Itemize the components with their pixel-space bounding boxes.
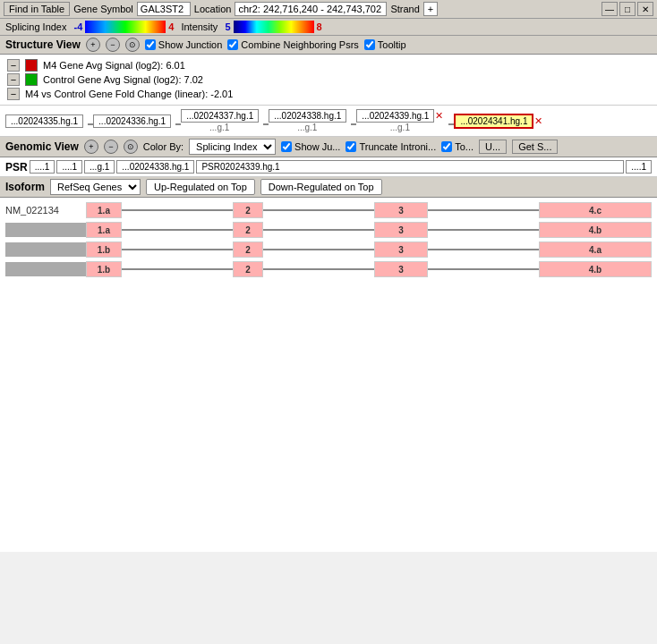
to-check[interactable] [441, 141, 452, 152]
isoform-header: Isoform RefSeq Genes Up-Regulated on Top… [0, 177, 657, 198]
show-junction-text: Show Junction [158, 39, 223, 50]
psr-box-6[interactable]: ....1 [626, 160, 652, 174]
exon-1b-3[interactable]: 1.b [86, 242, 122, 258]
genomic-zoom-out[interactable]: − [104, 140, 118, 154]
structure-zoom-in[interactable]: + [86, 38, 100, 52]
exon-line-10 [122, 268, 233, 270]
location-input[interactable] [235, 2, 387, 16]
psr-box-5[interactable]: PSR02024339.hg.1 [196, 160, 624, 174]
combine-check[interactable] [227, 39, 238, 50]
exon-line-7 [122, 249, 233, 250]
exon-1a-2[interactable]: 1.a [86, 222, 122, 238]
truncate-label[interactable]: Truncate Introni... [346, 141, 436, 152]
signal1-toggle[interactable]: − [7, 59, 20, 72]
show-junction-label[interactable]: Show Junction [145, 39, 223, 50]
fold-change-row: − M4 vs Control Gene Fold Change (linear… [7, 87, 650, 101]
gene-symbol-input[interactable] [137, 2, 191, 16]
node-4[interactable]: ...02024338.hg.1 [269, 109, 346, 123]
exon-2-1[interactable]: 2 [233, 202, 263, 218]
structure-zoom-out[interactable]: − [106, 38, 120, 52]
u-btn[interactable]: U... [479, 140, 507, 154]
minimize-btn[interactable]: — [602, 2, 618, 16]
exon-line-1 [122, 209, 233, 211]
genomic-reset[interactable]: ⊙ [124, 140, 138, 154]
truncate-text: Truncate Introni... [359, 141, 436, 152]
node-1[interactable]: ...02024335.hg.1 [5, 114, 83, 128]
exon-line-5 [263, 229, 374, 231]
node-6[interactable]: ...02024341.hg.1 [454, 114, 533, 129]
get-s-btn[interactable]: Get S... [512, 140, 558, 154]
psr-label: PSR [5, 161, 28, 174]
splicing-index-label: Splicing Index [5, 21, 67, 32]
exon-4c-1[interactable]: 4.c [539, 202, 652, 218]
psr-box-1[interactable]: ....1 [30, 160, 55, 174]
node-group-5: ...02024339.hg.1 ✕ ...g.1 [356, 109, 443, 132]
exon-line-8 [263, 249, 374, 250]
isoform-name-4 [5, 262, 86, 276]
tooltip-check[interactable] [364, 39, 375, 50]
genomic-zoom-in[interactable]: + [84, 140, 98, 154]
exon-3-2[interactable]: 3 [374, 222, 428, 238]
strand-label: Strand [390, 4, 419, 14]
exon-1a-1[interactable]: 1.a [86, 202, 122, 218]
isoform-select[interactable]: RefSeq Genes [50, 179, 141, 195]
node-5[interactable]: ...02024339.hg.1 [356, 109, 434, 123]
fold-change-toggle[interactable]: − [7, 88, 20, 100]
isoform-row-2: 1.a 2 3 4.b [5, 221, 652, 239]
exon-2-3[interactable]: 2 [233, 242, 263, 258]
node-3-sub: ...g.1 [209, 123, 229, 132]
node-4-sub: ...g.1 [297, 123, 317, 132]
to-label[interactable]: To... [441, 141, 474, 152]
isoform-name-1: NM_022134 [5, 205, 86, 216]
tooltip-label[interactable]: Tooltip [364, 39, 406, 50]
psr-box-3[interactable]: ...g.1 [84, 160, 115, 174]
truncate-check[interactable] [346, 141, 356, 152]
isoform-name-3 [5, 242, 86, 257]
node-3[interactable]: ...02024337.hg.1 [181, 109, 259, 123]
psr-row: PSR ....1 ....1 ...g.1 ...02024338.hg.1 … [0, 157, 657, 177]
intensity-label: Intensity [181, 21, 218, 32]
up-regulated-btn[interactable]: Up-Regulated on Top [146, 179, 255, 195]
node-group-6: ...02024341.hg.1 ✕ [454, 114, 542, 129]
isoform-row-1: NM_022134 1.a 2 3 4.c [5, 201, 652, 219]
signal2-toggle[interactable]: − [7, 73, 20, 86]
exon-2-4[interactable]: 2 [233, 261, 263, 277]
exon-4b-4[interactable]: 4.b [539, 261, 652, 277]
show-junction-genomic-check[interactable] [281, 141, 292, 152]
show-junction-genomic-text: Show Ju... [294, 141, 340, 152]
node-6-cross[interactable]: ✕ [534, 115, 542, 127]
exon-2-2[interactable]: 2 [233, 222, 263, 238]
exon-3-1[interactable]: 3 [374, 202, 428, 218]
exon-4a-3[interactable]: 4.a [539, 242, 652, 258]
structure-reset[interactable]: ⊙ [125, 38, 140, 52]
node-2[interactable]: ...02024336.hg.1 [93, 114, 171, 128]
structure-view-header: Structure View + − ⊙ Show Junction Combi… [0, 36, 657, 55]
page-rest [0, 284, 657, 552]
splicing-max: 4 [168, 21, 174, 32]
exon-3-3[interactable]: 3 [374, 242, 428, 258]
window-controls: — □ ✕ [602, 2, 653, 16]
node-5-sub: ...g.1 [390, 123, 410, 132]
psr-nodes-row: ...02024335.hg.1 ...02024336.hg.1 ...020… [0, 106, 657, 137]
color-by-select[interactable]: Splicing Index [189, 139, 276, 155]
show-junction-genomic-label[interactable]: Show Ju... [281, 141, 340, 152]
maximize-btn[interactable]: □ [619, 2, 636, 16]
exon-line-9 [428, 249, 539, 250]
combine-label[interactable]: Combine Neighboring Psrs [227, 39, 358, 50]
signal1-label: M4 Gene Avg Signal (log2): 6.01 [43, 60, 185, 71]
structure-view-title: Structure View [5, 38, 81, 51]
psr-box-4[interactable]: ...02024338.hg.1 [116, 160, 194, 174]
node-5-cross[interactable]: ✕ [435, 110, 443, 122]
exon-4b-2[interactable]: 4.b [539, 222, 652, 238]
down-regulated-btn[interactable]: Down-Regulated on Top [260, 179, 382, 195]
show-junction-check[interactable] [145, 39, 156, 50]
exon-3-4[interactable]: 3 [374, 261, 428, 277]
find-table-btn[interactable]: Find in Table [4, 2, 70, 16]
psr-box-2[interactable]: ....1 [56, 160, 82, 174]
signal2-label: Control Gene Avg Signal (log2): 7.02 [43, 74, 203, 85]
combine-text: Combine Neighboring Psrs [241, 39, 358, 50]
fold-change-label: M4 vs Control Gene Fold Change (linear):… [25, 89, 233, 99]
tooltip-text: Tooltip [378, 39, 406, 50]
exon-1b-4[interactable]: 1.b [86, 261, 122, 277]
close-btn[interactable]: ✕ [637, 2, 653, 16]
